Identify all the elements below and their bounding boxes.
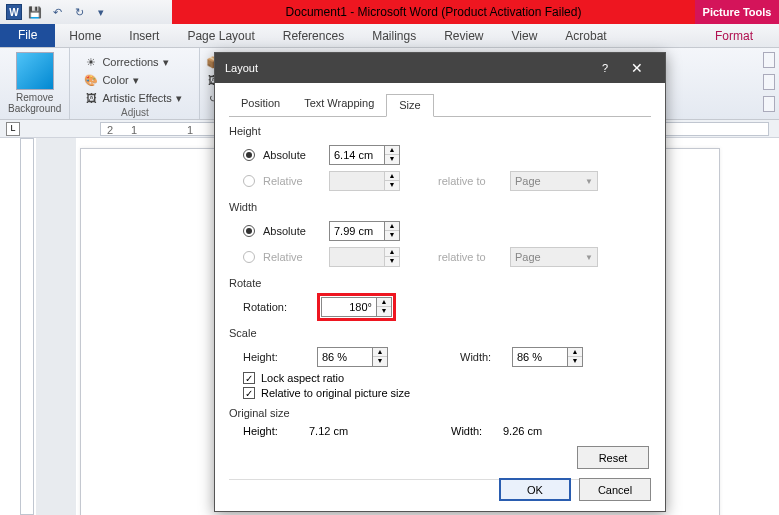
chevron-down-icon: ▼ [585, 177, 593, 186]
height-relative-radio[interactable] [243, 175, 255, 187]
spin-up-icon[interactable]: ▲ [373, 348, 387, 357]
help-button[interactable]: ? [591, 62, 619, 74]
spin-down-icon[interactable]: ▼ [385, 231, 399, 240]
tab-text-wrapping[interactable]: Text Wrapping [292, 93, 386, 116]
width-relative-spinner: ▲▼ [329, 247, 400, 267]
tab-view[interactable]: View [498, 25, 552, 47]
color-button[interactable]: 🎨Color ▾ [82, 72, 183, 88]
page-margin-gray [36, 138, 76, 515]
tab-insert[interactable]: Insert [115, 25, 173, 47]
tab-review[interactable]: Review [430, 25, 497, 47]
tab-acrobat[interactable]: Acrobat [551, 25, 620, 47]
quick-access-toolbar: W 💾 ↶ ↻ ▾ [0, 3, 116, 21]
ribbon-dropdown-3[interactable] [763, 96, 775, 112]
rotate-section-label: Rotate [229, 277, 651, 289]
spin-up-icon: ▲ [385, 248, 399, 257]
checkbox-icon: ✓ [243, 387, 255, 399]
cancel-button[interactable]: Cancel [579, 478, 651, 501]
vertical-ruler[interactable] [20, 138, 34, 515]
tab-references[interactable]: References [269, 25, 358, 47]
height-section-label: Height [229, 125, 651, 137]
scale-width-input[interactable] [512, 347, 568, 367]
dialog-titlebar[interactable]: Layout ? ✕ [215, 53, 665, 83]
spin-down-icon: ▼ [385, 257, 399, 266]
spin-down-icon: ▼ [385, 181, 399, 190]
checkbox-icon: ✓ [243, 372, 255, 384]
ribbon-tabs: File Home Insert Page Layout References … [0, 24, 779, 48]
spin-down-icon[interactable]: ▼ [377, 307, 391, 316]
remove-background-label: Remove Background [8, 92, 61, 114]
scale-height-label: Height: [243, 351, 309, 363]
width-relative-to-label: relative to [438, 251, 502, 263]
height-relative-to-combo: Page▼ [510, 171, 598, 191]
layout-dialog: Layout ? ✕ Position Text Wrapping Size H… [214, 52, 666, 512]
height-relative-input [329, 171, 385, 191]
chevron-down-icon: ▼ [585, 253, 593, 262]
dialog-tabs: Position Text Wrapping Size [229, 93, 651, 117]
scale-height-spinner[interactable]: ▲▼ [317, 347, 388, 367]
relative-original-label: Relative to original picture size [261, 387, 410, 399]
height-absolute-radio[interactable] [243, 149, 255, 161]
tab-home[interactable]: Home [55, 25, 115, 47]
artistic-effects-button[interactable]: 🖼Artistic Effects ▾ [82, 90, 183, 106]
width-relative-radio[interactable] [243, 251, 255, 263]
width-absolute-spinner[interactable]: ▲▼ [329, 221, 400, 241]
tab-selector[interactable]: L [6, 122, 20, 136]
dialog-title: Layout [225, 62, 258, 74]
tab-format[interactable]: Format [701, 25, 767, 47]
height-absolute-spinner[interactable]: ▲▼ [329, 145, 400, 165]
spin-up-icon[interactable]: ▲ [385, 222, 399, 231]
ruler-tick: 1 [131, 124, 137, 136]
tab-file[interactable]: File [0, 23, 55, 47]
spin-up-icon[interactable]: ▲ [377, 298, 391, 307]
save-icon[interactable]: 💾 [26, 3, 44, 21]
brightness-icon: ☀ [84, 55, 98, 69]
rotation-spinner[interactable]: ▲▼ [321, 297, 392, 317]
width-absolute-radio[interactable] [243, 225, 255, 237]
width-absolute-input[interactable] [329, 221, 385, 241]
color-icon: 🎨 [84, 73, 98, 87]
spin-up-icon[interactable]: ▲ [568, 348, 582, 357]
word-icon: W [6, 4, 22, 20]
lock-aspect-ratio-checkbox[interactable]: ✓ Lock aspect ratio [243, 372, 651, 384]
reset-button[interactable]: Reset [577, 446, 649, 469]
adjust-group-label: Adjust [121, 107, 149, 118]
scale-height-input[interactable] [317, 347, 373, 367]
ribbon-dropdown-2[interactable] [763, 74, 775, 90]
original-height-value: 7.12 cm [309, 425, 379, 437]
ruler-tick: 2 [107, 124, 113, 136]
spin-up-icon: ▲ [385, 172, 399, 181]
qat-dropdown-icon[interactable]: ▾ [92, 3, 110, 21]
rotation-input[interactable] [321, 297, 377, 317]
picture-tools-tab-header: Picture Tools [695, 0, 779, 24]
spin-down-icon[interactable]: ▼ [385, 155, 399, 164]
tab-position[interactable]: Position [229, 93, 292, 116]
height-relative-to-label: relative to [438, 175, 502, 187]
remove-background-button[interactable]: Remove Background [0, 48, 70, 119]
original-width-value: 9.26 cm [503, 425, 573, 437]
spin-up-icon[interactable]: ▲ [385, 146, 399, 155]
original-width-label: Width: [451, 425, 495, 437]
scale-section-label: Scale [229, 327, 651, 339]
relative-original-checkbox[interactable]: ✓ Relative to original picture size [243, 387, 651, 399]
width-relative-label: Relative [263, 251, 321, 263]
ribbon-dropdown-1[interactable] [763, 52, 775, 68]
ok-button[interactable]: OK [499, 478, 571, 501]
height-relative-spinner: ▲▼ [329, 171, 400, 191]
original-size-section-label: Original size [229, 407, 651, 419]
tab-mailings[interactable]: Mailings [358, 25, 430, 47]
redo-icon[interactable]: ↻ [70, 3, 88, 21]
artistic-icon: 🖼 [84, 91, 98, 105]
spin-down-icon[interactable]: ▼ [373, 357, 387, 366]
tab-size[interactable]: Size [386, 94, 433, 117]
corrections-button[interactable]: ☀Corrections ▾ [82, 54, 183, 70]
tab-page-layout[interactable]: Page Layout [173, 25, 268, 47]
height-absolute-input[interactable] [329, 145, 385, 165]
scale-width-spinner[interactable]: ▲▼ [512, 347, 583, 367]
undo-icon[interactable]: ↶ [48, 3, 66, 21]
window-title: Document1 - Microsoft Word (Product Acti… [172, 0, 695, 24]
spin-down-icon[interactable]: ▼ [568, 357, 582, 366]
titlebar: W 💾 ↶ ↻ ▾ Document1 - Microsoft Word (Pr… [0, 0, 779, 24]
close-button[interactable]: ✕ [619, 53, 655, 83]
corrections-label: Corrections [102, 56, 158, 68]
